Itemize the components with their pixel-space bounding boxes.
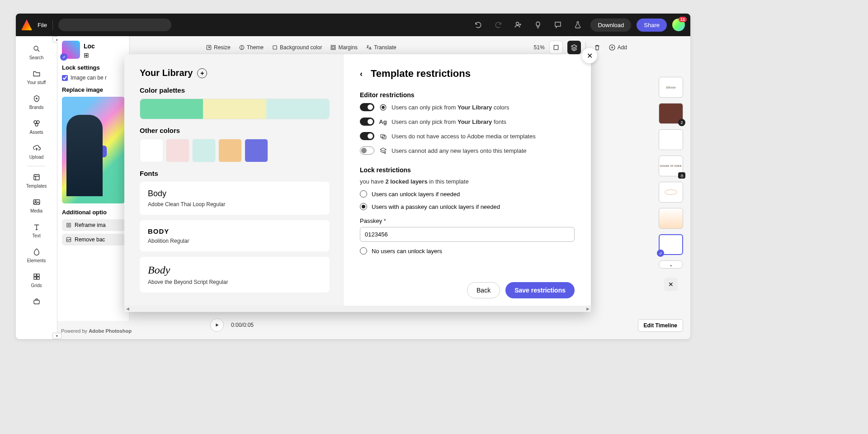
upload-icon [32,144,41,153]
unlock-radio-option[interactable]: Users can unlock layers if needed [360,190,575,198]
restriction-toggle-row: Users can only pick from Your Library co… [360,103,575,111]
share-button[interactable]: Share [637,19,667,32]
remove-background-button[interactable]: Remove bac [62,234,125,245]
search-input[interactable] [58,19,171,31]
comment-icon[interactable] [551,18,565,32]
palette-color[interactable] [203,99,266,119]
radio-icon [360,247,367,255]
font-card[interactable]: BodyAdobe Clean Thai Loop Regular [140,182,330,215]
template-restrictions-modal: ✕ Your Library + Color palettes Other co… [124,54,591,312]
expand-pages[interactable]: ⌄ [659,260,683,269]
nav-your-stuff[interactable]: Your stuff [23,65,50,90]
text-icon [32,222,41,231]
palette-color[interactable] [266,99,329,119]
font-name: Abolition Regular [148,238,321,244]
lightbulb-icon[interactable] [531,18,545,32]
nav-more[interactable] [23,292,50,312]
nav-media[interactable]: Media [23,193,50,218]
user-avatar[interactable]: 11 [672,19,685,31]
nav-search[interactable]: Search [23,40,50,65]
properties-panel: Loc ⊞ Lock settings Image can be r Repla… [57,36,130,321]
file-menu[interactable]: File [38,22,47,28]
powered-by: Powered by Adobe Photoshop [61,328,132,334]
beaker-icon[interactable] [571,18,585,32]
back-chevron-icon[interactable]: ‹ [360,69,363,79]
page-thumb[interactable] [659,208,683,229]
folder-icon [32,69,41,78]
nav-upload[interactable]: Upload [23,139,50,164]
close-thumbnails[interactable]: ✕ [664,278,678,291]
page-thumb[interactable]: Winner [659,77,683,98]
font-preview: Body [148,264,321,276]
font-card[interactable]: BODYAbolition Regular [140,220,330,251]
margins-tool[interactable]: Margins [330,44,358,51]
toggle-switch[interactable] [360,103,374,111]
nav-assets[interactable]: Assets [23,114,50,139]
nav-scroll-down[interactable]: ▼ [52,333,61,339]
horizontal-scrollbar[interactable]: ◀▶ [124,306,591,312]
nav-grids[interactable]: Grids [23,268,50,292]
image-replaceable-checkbox[interactable]: Image can be r [62,75,125,81]
linked-badge-icon [60,53,67,61]
page-thumb[interactable]: HOUSE OF EDEN [659,156,683,176]
svg-rect-11 [37,277,39,279]
svg-point-4 [35,123,38,126]
quick-actions-icon[interactable]: ⊞ [84,52,95,59]
reframe-image-button[interactable]: Reframe ima [62,219,125,231]
toggle-switch[interactable] [360,118,374,126]
restriction-toggle-row: Users cannot add any new layers onto thi… [360,146,575,155]
close-modal-button[interactable]: ✕ [582,48,597,63]
radio-no-unlock[interactable]: No users can unlock layers [360,247,575,255]
theme-tool[interactable]: Theme [239,44,264,51]
svg-point-7 [35,201,36,202]
timeline-bar: 0:00/0:05 [210,318,254,332]
color-swatch[interactable] [166,139,189,162]
color-swatch[interactable] [140,139,163,162]
palette-color[interactable] [140,99,203,119]
unlock-radio-option[interactable]: Users with a passkey can unlock layers i… [360,203,575,210]
add-library-button[interactable]: + [197,68,207,78]
svg-rect-23 [681,175,683,177]
undo-icon[interactable] [471,18,486,32]
lock-icon [678,172,685,179]
toggle-switch[interactable] [360,132,374,140]
toggle-switch[interactable] [360,146,374,155]
color-palette[interactable] [140,99,330,119]
page-thumb[interactable] [659,129,683,150]
zoom-level[interactable]: 51% [534,44,545,51]
search-icon [32,44,41,53]
invite-icon[interactable] [511,18,525,32]
save-restrictions-button[interactable]: Save restrictions [505,282,575,298]
download-button[interactable]: Download [590,19,631,32]
color-swatch[interactable] [245,139,268,162]
color-swatch[interactable] [192,139,216,162]
page-thumb[interactable] [659,182,683,203]
fit-button[interactable] [549,41,563,54]
translate-tool[interactable]: Translate [366,44,396,51]
toggle-label: Users can only pick from Your Library fo… [392,118,506,125]
play-button[interactable] [210,318,224,332]
replace-image-preview: ⊞ R [62,97,125,203]
restrictions-panel: ‹ Template restrictions Editor restricti… [344,54,591,312]
color-swatch[interactable] [218,139,242,162]
toggle-label: Users cannot add any new layers onto thi… [392,147,526,154]
replace-button[interactable]: ⊞ R [88,146,107,157]
resize-tool[interactable]: Resize [206,44,231,51]
font-card[interactable]: BodyAbove the Beyond Script Regular [140,257,330,292]
background-tool[interactable]: Background color [272,44,322,51]
lock-restrictions-heading: Lock restrictions [360,166,575,174]
page-thumb-selected[interactable] [659,234,683,255]
layers-button[interactable] [567,41,581,54]
redo-icon[interactable] [491,18,505,32]
svg-rect-10 [34,277,36,279]
passkey-input[interactable] [360,227,575,242]
back-button[interactable]: Back [467,282,500,298]
page-thumb[interactable]: 2 [659,103,683,124]
nav-text[interactable]: Text [23,218,50,243]
page-thumbnails: Winner 2 HOUSE OF EDEN ⌄ ✕ [659,77,683,291]
nav-brands[interactable]: Brands [23,90,50,114]
nav-elements[interactable]: Elements [23,243,50,268]
add-button[interactable]: Add [609,44,627,51]
nav-templates[interactable]: Templates [23,168,50,193]
edit-timeline-button[interactable]: Edit Timeline [638,319,683,332]
